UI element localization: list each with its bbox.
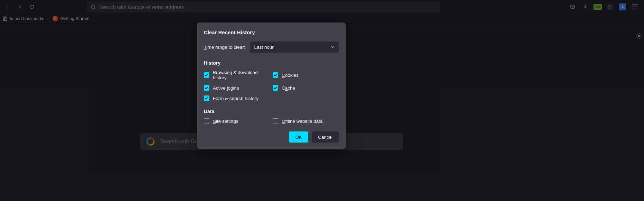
checkbox-form-history[interactable]: Form & search history	[204, 95, 339, 101]
checkbox-icon	[273, 118, 278, 124]
time-range-select[interactable]: Last hour	[250, 42, 339, 53]
checkbox-label: Active logins	[213, 85, 239, 91]
checkbox-icon	[204, 72, 209, 78]
time-range-label: Time range to clear:	[204, 45, 245, 50]
clear-history-dialog: Clear Recent History Time range to clear…	[197, 22, 346, 149]
checkbox-cache[interactable]: Cache	[273, 85, 339, 91]
checkbox-label: Offline website data	[282, 119, 323, 124]
checkbox-label: Form & search history	[213, 96, 258, 101]
checkbox-label: Browsing & download history	[213, 70, 270, 80]
checkbox-cookies[interactable]: Cookies	[273, 70, 339, 80]
cancel-button[interactable]: Cancel	[312, 131, 339, 143]
checkbox-icon	[273, 72, 278, 78]
checkbox-offline-data[interactable]: Offline website data	[273, 118, 339, 124]
checkbox-browsing-history[interactable]: Browsing & download history	[204, 70, 270, 80]
time-range-value: Last hour	[254, 45, 274, 50]
checkbox-icon	[204, 95, 209, 101]
checkbox-icon	[204, 118, 209, 124]
checkbox-label: Cache	[282, 85, 295, 91]
checkbox-label: Site settings	[213, 119, 238, 124]
section-data-heading: Data	[204, 109, 339, 114]
checkbox-active-logins[interactable]: Active logins	[204, 85, 270, 91]
chevron-down-icon	[330, 45, 335, 49]
section-history-heading: History	[204, 60, 339, 66]
checkbox-label: Cookies	[282, 73, 299, 78]
checkbox-site-settings[interactable]: Site settings	[204, 118, 270, 124]
checkbox-icon	[204, 85, 209, 91]
dialog-title: Clear Recent History	[204, 29, 339, 35]
checkbox-icon	[273, 85, 278, 91]
ok-button[interactable]: OK	[289, 131, 308, 143]
